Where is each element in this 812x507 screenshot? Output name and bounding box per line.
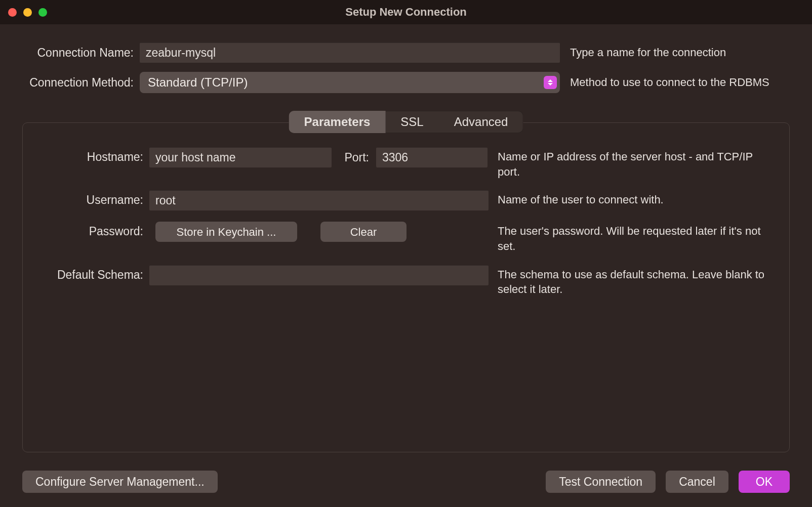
connection-method-label: Connection Method: bbox=[22, 76, 134, 90]
username-row: Username: Name of the user to connect wi… bbox=[37, 190, 775, 210]
close-icon[interactable] bbox=[8, 8, 17, 17]
username-label: Username: bbox=[37, 190, 143, 207]
connection-method-help: Method to use to connect to the RDBMS bbox=[566, 76, 790, 89]
tabs: Parameters SSL Advanced bbox=[289, 111, 523, 133]
window-controls bbox=[8, 8, 47, 17]
window-title: Setup New Connection bbox=[0, 6, 812, 19]
tab-parameters[interactable]: Parameters bbox=[289, 111, 386, 133]
hostname-help: Name or IP address of the server host - … bbox=[495, 147, 775, 179]
username-input[interactable] bbox=[149, 190, 489, 210]
schema-controls bbox=[149, 265, 489, 285]
tab-ssl[interactable]: SSL bbox=[385, 111, 438, 133]
password-help: The user's password. Will be requested l… bbox=[495, 222, 775, 254]
connection-name-row: Connection Name: Type a name for the con… bbox=[22, 43, 790, 63]
minimize-icon[interactable] bbox=[23, 8, 32, 17]
port-input[interactable] bbox=[376, 147, 488, 167]
default-schema-input[interactable] bbox=[149, 265, 489, 285]
ok-button[interactable]: OK bbox=[739, 471, 790, 493]
schema-row: Default Schema: The schema to use as def… bbox=[37, 265, 775, 297]
password-controls: Store in Keychain ... Clear bbox=[149, 222, 489, 242]
connection-name-input[interactable] bbox=[140, 43, 560, 63]
clear-password-button[interactable]: Clear bbox=[320, 222, 407, 242]
maximize-icon[interactable] bbox=[38, 8, 47, 17]
footer: Configure Server Management... Test Conn… bbox=[22, 471, 790, 493]
titlebar: Setup New Connection bbox=[0, 0, 812, 24]
dialog-content: Connection Name: Type a name for the con… bbox=[0, 24, 812, 507]
chevron-updown-icon bbox=[544, 76, 557, 89]
schema-label: Default Schema: bbox=[37, 265, 143, 282]
username-help: Name of the user to connect with. bbox=[495, 190, 775, 207]
connection-method-value: Standard (TCP/IP) bbox=[148, 75, 248, 90]
connection-name-label: Connection Name: bbox=[22, 46, 134, 60]
port-label: Port: bbox=[339, 151, 369, 164]
dialog-window: Setup New Connection Connection Name: Ty… bbox=[0, 0, 812, 507]
connection-method-select[interactable]: Standard (TCP/IP) bbox=[140, 72, 560, 93]
username-controls bbox=[149, 190, 489, 210]
store-keychain-button[interactable]: Store in Keychain ... bbox=[155, 222, 297, 242]
parameters-fieldset: Parameters SSL Advanced Hostname: Port: … bbox=[22, 122, 790, 452]
connection-method-row: Connection Method: Standard (TCP/IP) Met… bbox=[22, 72, 790, 93]
password-row: Password: Store in Keychain ... Clear Th… bbox=[37, 222, 775, 254]
tab-advanced[interactable]: Advanced bbox=[439, 111, 523, 133]
test-connection-button[interactable]: Test Connection bbox=[546, 471, 656, 493]
password-label: Password: bbox=[37, 222, 143, 238]
hostname-input[interactable] bbox=[149, 147, 332, 167]
hostname-row: Hostname: Port: Name or IP address of th… bbox=[37, 147, 775, 179]
connection-name-help: Type a name for the connection bbox=[566, 46, 790, 59]
configure-server-button[interactable]: Configure Server Management... bbox=[22, 471, 218, 493]
cancel-button[interactable]: Cancel bbox=[666, 471, 728, 493]
hostname-controls: Port: bbox=[149, 147, 489, 167]
hostname-label: Hostname: bbox=[37, 147, 143, 164]
schema-help: The schema to use as default schema. Lea… bbox=[495, 265, 775, 297]
